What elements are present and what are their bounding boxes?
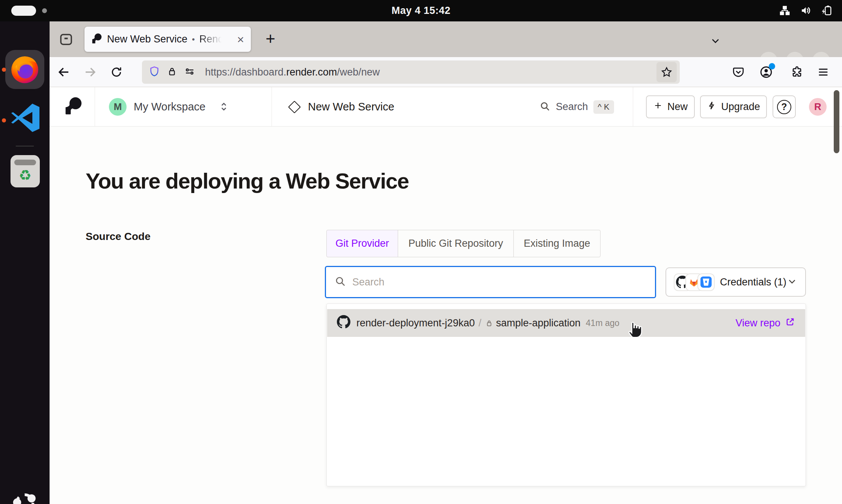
app-header: M My Workspace New Web Service Search ^ … [50,87,842,127]
credentials-dropdown[interactable]: Credentials (1) [665,267,806,297]
private-repo-lock-icon [485,319,493,327]
network-icon [779,5,790,18]
chevron-up-down-icon[interactable] [218,101,230,114]
repo-row[interactable]: render-deployment-j29ka0 / sample-applic… [327,309,805,337]
source-code-label: Source Code [86,231,151,243]
browser-window: New Web Service • Rend × + [50,21,842,504]
recycle-icon: ♻ [11,166,40,184]
system-top-bar: May 4 15:42 [0,0,842,21]
search-icon [334,275,346,289]
credentials-label: Credentials (1) [720,276,786,288]
bitbucket-credential-icon [697,273,715,291]
system-clock[interactable]: May 4 15:42 [0,0,842,21]
system-status-area[interactable] [779,5,832,18]
search-label: Search [556,101,588,113]
workspace-avatar[interactable]: M [109,98,127,116]
vscode-icon [9,130,41,136]
workspace-switcher[interactable]: My Workspace [134,87,205,127]
dock-item-trash[interactable]: ♻ [11,155,40,187]
page-heading: You are deploying a Web Service [86,168,409,193]
lock-icon[interactable] [167,66,177,78]
new-button[interactable]: New [646,95,695,118]
repo-list-panel: render-deployment-j29ka0 / sample-applic… [326,303,806,486]
dock-divider [16,146,34,146]
lightning-icon [707,101,717,113]
chevron-down-icon [786,276,798,288]
back-button[interactable] [56,64,72,80]
url-bar[interactable]: https://dashboard.render.com/web/new [142,60,680,84]
plus-icon [653,101,663,113]
battery-charging-icon [821,5,832,18]
repo-updated-time: 41m ago [586,318,620,328]
dock: ♻ [0,21,50,504]
render-favicon [91,33,102,45]
url-text: https://dashboard.render.com/web/new [205,66,380,78]
header-divider [272,87,272,126]
external-link-icon [785,317,795,330]
navigation-toolbar: https://dashboard.render.com/web/new [50,57,842,87]
volume-icon [800,5,811,18]
repo-separator: / [478,317,481,329]
account-notification-dot [769,63,775,69]
permissions-icon[interactable] [184,66,195,78]
page-scrollbar-thumb[interactable] [834,90,839,153]
forward-button[interactable] [82,64,98,80]
repo-search-input[interactable] [352,276,647,288]
search-icon [539,101,551,113]
question-mark-icon: ? [777,100,791,114]
screen: May 4 15:42 [0,0,842,504]
page-title: New Web Service [308,87,394,127]
tracking-protection-shield-icon[interactable] [149,66,160,78]
tab-close-icon[interactable]: × [237,33,244,45]
bookmark-star-button[interactable] [656,62,677,82]
tab-title: New Web Service • Rend [107,33,223,45]
firefox-icon [8,52,41,87]
global-search-button[interactable]: Search ^ K [539,87,614,127]
show-apps-button[interactable] [11,489,38,504]
extensions-icon[interactable] [789,64,805,80]
vscode-running-dot [2,118,6,122]
github-icon [337,315,350,331]
repo-search-box[interactable] [325,266,656,298]
hamburger-menu-button[interactable] [815,64,831,80]
render-dashboard-page: M My Workspace New Web Service Search ^ … [50,87,842,504]
tab-strip: New Web Service • Rend × + [50,21,842,57]
tab-existing-image[interactable]: Existing Image [513,230,601,257]
tab-git-provider[interactable]: Git Provider [326,230,398,257]
firefox-running-dot [2,68,6,72]
dock-item-firefox[interactable] [5,50,44,89]
search-shortcut-badge: ^ K [593,100,614,114]
reload-button[interactable] [108,64,125,80]
render-logo[interactable] [64,97,82,117]
tab-public-git-repository[interactable]: Public Git Repository [398,230,514,257]
pocket-button[interactable] [730,64,747,80]
diamond-icon [288,101,301,113]
list-all-tabs-button[interactable] [705,30,726,51]
trash-lid [14,160,36,165]
view-repo-link[interactable]: View repo [735,317,795,330]
account-button[interactable] [758,64,774,80]
browser-tab[interactable]: New Web Service • Rend × [85,27,251,52]
cursor-pointer [627,319,646,341]
upgrade-button[interactable]: Upgrade [700,95,767,118]
header-divider [95,87,95,126]
help-button[interactable]: ? [773,95,796,118]
firefox-view-button[interactable] [58,31,74,48]
repo-name: sample-application [496,317,581,329]
user-avatar[interactable]: R [809,98,827,116]
dock-item-vscode[interactable] [9,104,41,135]
source-tabs: Git Provider Public Git Repository Exist… [326,230,601,257]
header-divider [633,87,633,126]
repo-owner: render-deployment-j29ka0 [356,317,475,329]
new-tab-button[interactable]: + [260,28,281,49]
